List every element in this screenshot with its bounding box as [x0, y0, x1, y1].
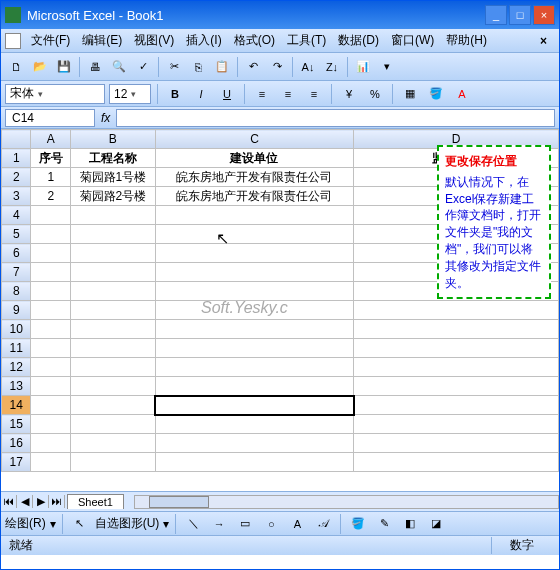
cut-icon[interactable]: ✂ — [163, 56, 185, 78]
save-icon[interactable]: 💾 — [53, 56, 75, 78]
cell-B3[interactable]: 菊园路2号楼 — [71, 187, 156, 206]
currency-icon[interactable]: ¥ — [338, 83, 360, 105]
cell-A17[interactable] — [31, 453, 71, 472]
cell-A13[interactable] — [31, 377, 71, 396]
tab-last-icon[interactable]: ⏭ — [49, 495, 65, 508]
autoshapes-menu[interactable]: 自选图形(U) — [95, 515, 160, 532]
scrollbar-thumb[interactable] — [149, 496, 209, 508]
spell-icon[interactable]: ✓ — [132, 56, 154, 78]
cell-A11[interactable] — [31, 339, 71, 358]
line-color-icon[interactable]: ✎ — [373, 513, 395, 535]
cell-B15[interactable] — [71, 415, 156, 434]
row-header-4[interactable]: 4 — [2, 206, 31, 225]
cell-D9[interactable] — [354, 301, 559, 320]
cell-B11[interactable] — [71, 339, 156, 358]
cell-C2[interactable]: 皖东房地产开发有限责任公司 — [155, 168, 354, 187]
bold-button[interactable]: B — [164, 83, 186, 105]
col-header-B[interactable]: B — [71, 130, 156, 149]
row-header-9[interactable]: 9 — [2, 301, 31, 320]
select-all-cell[interactable] — [2, 130, 31, 149]
cell-C9[interactable] — [155, 301, 354, 320]
wordart-icon[interactable]: 𝒜 — [312, 513, 334, 535]
preview-icon[interactable]: 🔍 — [108, 56, 130, 78]
minimize-button[interactable]: _ — [485, 5, 507, 25]
cell-A8[interactable] — [31, 282, 71, 301]
cell-B13[interactable] — [71, 377, 156, 396]
cell-C14[interactable] — [155, 396, 354, 415]
menu-data[interactable]: 数据(D) — [332, 30, 385, 51]
cell-B8[interactable] — [71, 282, 156, 301]
cell-B10[interactable] — [71, 320, 156, 339]
shadow-icon[interactable]: ◧ — [399, 513, 421, 535]
italic-button[interactable]: I — [190, 83, 212, 105]
fill-color-icon[interactable]: 🪣 — [425, 83, 447, 105]
cell-B1[interactable]: 工程名称 — [71, 149, 156, 168]
cell-B17[interactable] — [71, 453, 156, 472]
cell-C17[interactable] — [155, 453, 354, 472]
menu-window[interactable]: 窗口(W) — [385, 30, 440, 51]
sort-asc-icon[interactable]: A↓ — [297, 56, 319, 78]
fx-icon[interactable]: fx — [101, 111, 110, 125]
tab-prev-icon[interactable]: ◀ — [17, 495, 33, 508]
cell-A7[interactable] — [31, 263, 71, 282]
draw-menu[interactable]: 绘图(R) — [5, 515, 46, 532]
row-header-11[interactable]: 11 — [2, 339, 31, 358]
cell-A1[interactable]: 序号 — [31, 149, 71, 168]
col-header-C[interactable]: C — [155, 130, 354, 149]
font-color-icon[interactable]: A — [451, 83, 473, 105]
textbox-icon[interactable]: A — [286, 513, 308, 535]
cell-D15[interactable] — [354, 415, 559, 434]
cell-C5[interactable] — [155, 225, 354, 244]
cell-B2[interactable]: 菊园路1号楼 — [71, 168, 156, 187]
row-header-12[interactable]: 12 — [2, 358, 31, 377]
borders-icon[interactable]: ▦ — [399, 83, 421, 105]
open-icon[interactable]: 📂 — [29, 56, 51, 78]
cell-B14[interactable] — [71, 396, 156, 415]
sheet-tab[interactable]: Sheet1 — [67, 494, 124, 509]
row-header-14[interactable]: 14 — [2, 396, 31, 415]
font-name-select[interactable]: 宋体▾ — [5, 84, 105, 104]
tab-next-icon[interactable]: ▶ — [33, 495, 49, 508]
cell-B4[interactable] — [71, 206, 156, 225]
doc-close-x[interactable]: × — [534, 32, 553, 50]
row-header-15[interactable]: 15 — [2, 415, 31, 434]
menu-insert[interactable]: 插入(I) — [180, 30, 227, 51]
align-center-icon[interactable]: ≡ — [277, 83, 299, 105]
cell-C10[interactable] — [155, 320, 354, 339]
cell-A5[interactable] — [31, 225, 71, 244]
copy-icon[interactable]: ⎘ — [187, 56, 209, 78]
cell-A2[interactable]: 1 — [31, 168, 71, 187]
cell-B16[interactable] — [71, 434, 156, 453]
row-header-13[interactable]: 13 — [2, 377, 31, 396]
cell-C4[interactable] — [155, 206, 354, 225]
cell-D13[interactable] — [354, 377, 559, 396]
menu-file[interactable]: 文件(F) — [25, 30, 76, 51]
name-box[interactable]: C14 — [5, 109, 95, 127]
chart-icon[interactable]: 📊 — [352, 56, 374, 78]
cell-B9[interactable] — [71, 301, 156, 320]
underline-button[interactable]: U — [216, 83, 238, 105]
cell-A16[interactable] — [31, 434, 71, 453]
cell-C13[interactable] — [155, 377, 354, 396]
redo-icon[interactable]: ↷ — [266, 56, 288, 78]
rect-icon[interactable]: ▭ — [234, 513, 256, 535]
threed-icon[interactable]: ◪ — [425, 513, 447, 535]
row-header-16[interactable]: 16 — [2, 434, 31, 453]
row-header-6[interactable]: 6 — [2, 244, 31, 263]
cell-C8[interactable] — [155, 282, 354, 301]
row-header-5[interactable]: 5 — [2, 225, 31, 244]
zoom-dropdown[interactable]: ▾ — [376, 56, 398, 78]
cell-A14[interactable] — [31, 396, 71, 415]
cell-C15[interactable] — [155, 415, 354, 434]
cell-B6[interactable] — [71, 244, 156, 263]
fill-icon[interactable]: 🪣 — [347, 513, 369, 535]
cell-B7[interactable] — [71, 263, 156, 282]
sort-desc-icon[interactable]: Z↓ — [321, 56, 343, 78]
cell-C12[interactable] — [155, 358, 354, 377]
undo-icon[interactable]: ↶ — [242, 56, 264, 78]
menu-tools[interactable]: 工具(T) — [281, 30, 332, 51]
cell-D16[interactable] — [354, 434, 559, 453]
cell-D10[interactable] — [354, 320, 559, 339]
paste-icon[interactable]: 📋 — [211, 56, 233, 78]
select-arrow-icon[interactable]: ↖ — [69, 513, 91, 535]
